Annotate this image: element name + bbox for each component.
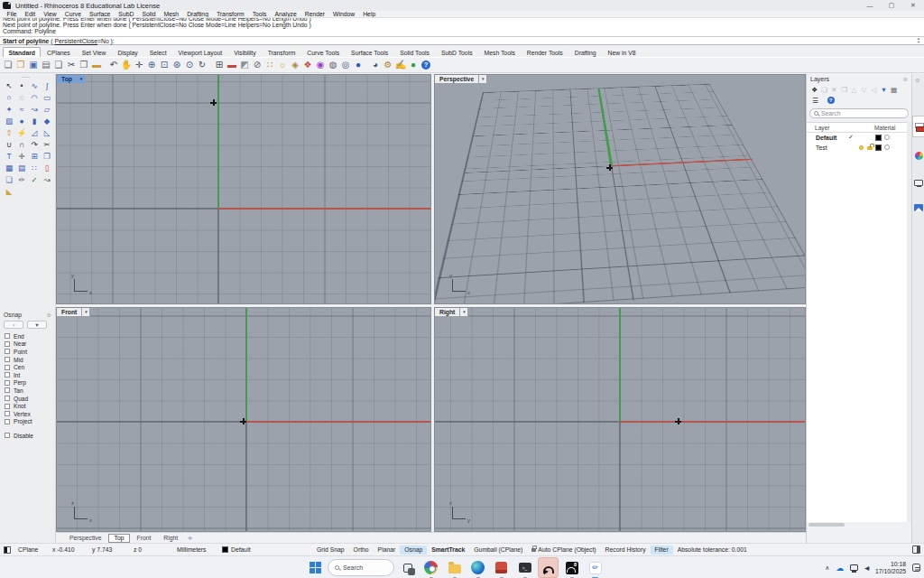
- cplane-button[interactable]: CPlane: [18, 546, 52, 553]
- osnap-option-row[interactable]: Cen: [0, 363, 55, 371]
- osnap-option-row[interactable]: End: [0, 332, 55, 340]
- osnap-checkbox[interactable]: [5, 349, 10, 354]
- render[interactable]: ●: [352, 59, 365, 71]
- rhino8-icon[interactable]: 8: [561, 557, 582, 578]
- toolbar-grip[interactable]: ••••: [22, 75, 31, 79]
- toolbar-tab[interactable]: Curve Tools: [301, 47, 346, 57]
- osnap-option-row[interactable]: Point: [0, 348, 55, 356]
- boolean-difference-tool[interactable]: ∩: [15, 139, 28, 151]
- show-objects[interactable]: ◩: [238, 59, 251, 71]
- viewport-tab[interactable]: Right: [157, 534, 184, 543]
- toolbar-tab[interactable]: CPlanes: [41, 47, 76, 57]
- close-button[interactable]: ✕: [902, 0, 924, 11]
- rhino-icon[interactable]: [538, 557, 559, 578]
- toolbar-tab[interactable]: SubD Tools: [435, 47, 478, 57]
- layer-lock-icon[interactable]: [867, 146, 873, 151]
- viewport-top-title[interactable]: Top ▼: [57, 75, 86, 84]
- osnap-option-row[interactable]: Int: [0, 371, 55, 379]
- move-down-button[interactable]: ▽: [859, 85, 869, 95]
- task-view-icon[interactable]: [397, 557, 418, 578]
- viewport-title-label[interactable]: Perspective: [435, 75, 479, 84]
- status-toggle[interactable]: Planar: [374, 545, 401, 555]
- toolbar-tab[interactable]: Mesh Tools: [478, 47, 521, 57]
- open-file[interactable]: ❐: [14, 59, 27, 71]
- material-column-label[interactable]: Material: [874, 125, 895, 131]
- polyline-tool[interactable]: ∿: [28, 80, 41, 92]
- viewport-right-title[interactable]: Right ▼: [435, 308, 468, 317]
- move-up-button[interactable]: △: [849, 85, 859, 95]
- check-tool[interactable]: ✓: [28, 174, 41, 186]
- osnap-gear-icon[interactable]: ⚙: [47, 312, 51, 318]
- toolbar-tab[interactable]: Viewport Layout: [172, 47, 228, 57]
- maximize-button[interactable]: ▢: [881, 0, 902, 11]
- toolbar-tab[interactable]: Visibility: [228, 47, 262, 57]
- properties-page[interactable]: ❑: [52, 59, 65, 71]
- viewport-front-title[interactable]: Front ▼: [57, 308, 90, 317]
- viewport-right[interactable]: z y Right ▼: [434, 307, 806, 532]
- toolbar-tab[interactable]: Transform: [262, 47, 301, 57]
- chamfer-tool[interactable]: ◺: [41, 127, 53, 139]
- tray-chevron-icon[interactable]: ∧: [825, 564, 829, 572]
- new-file[interactable]: ❏: [2, 59, 14, 71]
- ellipse-tool[interactable]: ◌: [15, 92, 28, 104]
- point-object[interactable]: [675, 418, 681, 424]
- object-properties[interactable]: ◎: [339, 59, 352, 71]
- toolbar-tab[interactable]: Set View: [76, 47, 112, 57]
- layer-material-icon[interactable]: [884, 144, 890, 150]
- move[interactable]: ✛: [133, 59, 145, 71]
- file-explorer-icon[interactable]: [444, 557, 465, 578]
- undo[interactable]: ↶: [107, 59, 120, 71]
- array-tool[interactable]: ⊞: [28, 151, 41, 163]
- osnap-option-row[interactable]: Mid: [0, 356, 55, 364]
- toolbar-tab[interactable]: Select: [143, 47, 172, 57]
- layer-menu-button[interactable]: ☰: [810, 96, 820, 106]
- point-object[interactable]: [210, 99, 217, 106]
- zoom-selected[interactable]: ⊙: [183, 59, 196, 71]
- polygon-tool[interactable]: ✦: [3, 104, 15, 116]
- network-icon[interactable]: [850, 564, 858, 571]
- viewport-front[interactable]: z x Front ▼: [56, 307, 431, 532]
- layer-column-label[interactable]: Layer: [815, 125, 830, 131]
- point-object[interactable]: [240, 418, 246, 424]
- select-tool[interactable]: ↖: [3, 80, 15, 92]
- point-object[interactable]: [606, 164, 613, 171]
- lock-objects[interactable]: ◈: [289, 59, 301, 71]
- zoom-window[interactable]: ⊡: [158, 59, 171, 71]
- selection-filter-icon[interactable]: [4, 546, 11, 554]
- bend-tool[interactable]: ⚡: [15, 127, 28, 139]
- joint-tool[interactable]: ✑: [15, 174, 28, 186]
- menu-item[interactable]: Tools: [248, 11, 271, 17]
- osnap-checkbox[interactable]: [5, 404, 10, 409]
- status-toggle[interactable]: Filter: [651, 545, 673, 555]
- trim-tool[interactable]: ✂: [41, 139, 53, 151]
- osnap-checkbox[interactable]: [5, 372, 10, 378]
- osnap-dialog-button[interactable]: ◔: [4, 321, 23, 329]
- osnap-checkbox[interactable]: [5, 380, 10, 386]
- viewport-top[interactable]: y x Top ▼: [56, 74, 431, 304]
- viewport-tab[interactable]: Top: [108, 534, 131, 543]
- rotate-view[interactable]: ↻: [196, 59, 208, 71]
- viewport-perspective[interactable]: y x Perspective ▼: [434, 74, 806, 304]
- menu-item[interactable]: View: [40, 11, 61, 17]
- circle-tool[interactable]: ○: [3, 92, 15, 104]
- point-cloud[interactable]: ∷: [263, 59, 276, 71]
- render-preview[interactable]: ◕: [369, 59, 382, 71]
- osnap-checkbox[interactable]: [5, 333, 10, 339]
- menu-item[interactable]: Drafting: [183, 11, 213, 17]
- paint-bucket-tool[interactable]: ◣: [3, 186, 15, 198]
- tab-layers[interactable]: [912, 116, 924, 137]
- hide-objects[interactable]: ▬: [226, 59, 238, 71]
- viewport-title-label[interactable]: Right: [435, 308, 460, 317]
- osnap-option-row[interactable]: Tan: [0, 387, 55, 395]
- menu-item[interactable]: File: [3, 11, 21, 17]
- toolbar-tab[interactable]: Drafting: [568, 47, 602, 57]
- layers-horizontal-scrollbar[interactable]: [808, 523, 845, 527]
- pan[interactable]: ✋: [120, 59, 133, 71]
- layer-help-button[interactable]: ?: [826, 96, 836, 106]
- match-layer-button[interactable]: ❐: [839, 85, 849, 95]
- zoom-extents[interactable]: ⊛: [171, 59, 183, 71]
- delete-layer-button[interactable]: ✕: [829, 85, 839, 95]
- points-on[interactable]: ☼: [276, 59, 289, 71]
- cut[interactable]: ✂: [65, 59, 78, 71]
- box-tool[interactable]: ▧: [3, 116, 15, 127]
